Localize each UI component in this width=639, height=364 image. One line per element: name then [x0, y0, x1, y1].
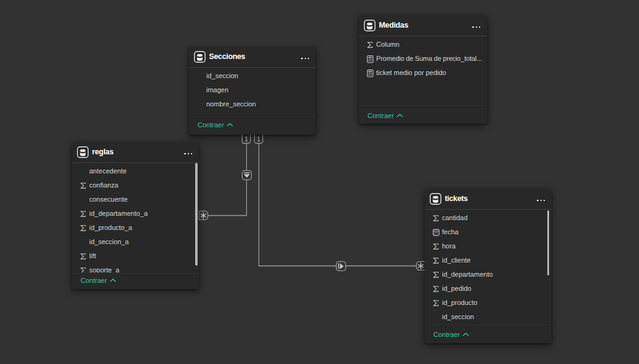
svg-text:1: 1	[244, 136, 248, 143]
svg-text:1: 1	[257, 136, 260, 143]
